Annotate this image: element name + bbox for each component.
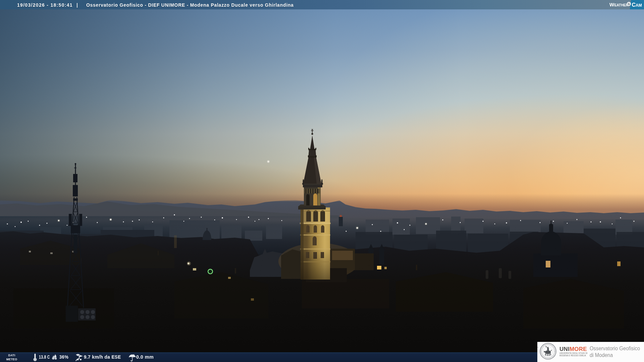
svg-text:UNIVERSITÀ DEGLI STUDI DI: UNIVERSITÀ DEGLI STUDI DI	[559, 352, 588, 354]
svg-text:MODENA E REGGIO EMILIA: MODENA E REGGIO EMILIA	[559, 354, 586, 357]
svg-text:UNIMORE: UNIMORE	[559, 346, 587, 352]
svg-text:Osservatorio Geofisico: Osservatorio Geofisico	[590, 345, 640, 351]
svg-text:di Modena: di Modena	[590, 352, 613, 358]
svg-text:WEATHER: WEATHER	[609, 2, 629, 7]
svg-text:CAM: CAM	[632, 2, 642, 8]
svg-text:1175: 1175	[537, 347, 539, 348]
